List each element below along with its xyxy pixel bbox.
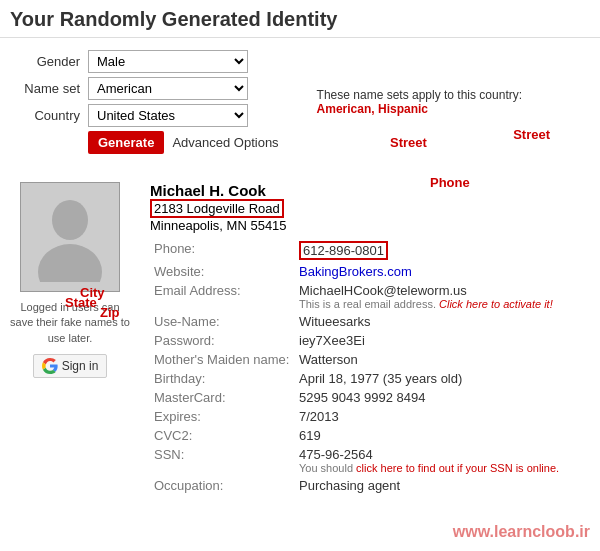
advanced-options-link[interactable]: Advanced Options xyxy=(172,135,278,150)
email-value: MichaelHCook@teleworm.us This is a real … xyxy=(295,281,590,312)
country-label: Country xyxy=(10,108,80,123)
signin-label: Sign in xyxy=(62,359,99,373)
mastercard-value: 5295 9043 9992 8494 xyxy=(295,388,590,407)
nameset-select[interactable]: American xyxy=(88,77,248,100)
mastercard-row: MasterCard: 5295 9043 9992 8494 xyxy=(150,388,590,407)
username-value: Witueesarks xyxy=(295,312,590,331)
username-label: Use-Name: xyxy=(150,312,295,331)
cvc2-label: CVC2: xyxy=(150,426,295,445)
password-value: iey7Xee3Ei xyxy=(295,331,590,350)
birthday-label: Birthday: xyxy=(150,369,295,388)
svg-point-0 xyxy=(52,200,88,240)
signin-button[interactable]: Sign in xyxy=(33,354,108,378)
expires-value: 7/2013 xyxy=(295,407,590,426)
ssn-value: 475-96-2564 You should click here to fin… xyxy=(295,445,590,476)
website-row: Website: BakingBrokers.com xyxy=(150,262,590,281)
maiden-label: Mother's Maiden name: xyxy=(150,350,295,369)
gender-select[interactable]: Male xyxy=(88,50,248,73)
phone-value: 612-896-0801 xyxy=(295,239,590,262)
birthday-row: Birthday: April 18, 1977 (35 years old) xyxy=(150,369,590,388)
website-value[interactable]: BakingBrokers.com xyxy=(295,262,590,281)
expires-label: Expires: xyxy=(150,407,295,426)
maiden-value: Watterson xyxy=(295,350,590,369)
birthday-value: April 18, 1977 (35 years old) xyxy=(295,369,590,388)
page-title: Your Randomly Generated Identity xyxy=(0,0,600,38)
cvc2-row: CVC2: 619 xyxy=(150,426,590,445)
expires-row: Expires: 7/2013 xyxy=(150,407,590,426)
phone-row: Phone: 612-896-0801 xyxy=(150,239,590,262)
ssn-label: SSN: xyxy=(150,445,295,476)
name-sets-text: These name sets apply to this country: xyxy=(317,88,522,102)
mastercard-label: MasterCard: xyxy=(150,388,295,407)
cvc2-value: 619 xyxy=(295,426,590,445)
gender-label: Gender xyxy=(10,54,80,69)
occupation-row: Occupation: Purchasing agent xyxy=(150,476,590,495)
logged-in-text: Logged in users can save their fake name… xyxy=(10,300,130,346)
nameset-label: Name set xyxy=(10,81,80,96)
occupation-label: Occupation: xyxy=(150,476,295,495)
maiden-row: Mother's Maiden name: Watterson xyxy=(150,350,590,369)
phone-label: Phone: xyxy=(150,239,295,262)
svg-point-1 xyxy=(38,244,102,282)
password-label: Password: xyxy=(150,331,295,350)
email-row: Email Address: MichaelHCook@teleworm.us … xyxy=(150,281,590,312)
name-sets-values: American, Hispanic xyxy=(317,102,428,116)
ssn-row: SSN: 475-96-2564 You should click here t… xyxy=(150,445,590,476)
password-row: Password: iey7Xee3Ei xyxy=(150,331,590,350)
avatar xyxy=(20,182,120,292)
country-select[interactable]: United States xyxy=(88,104,248,127)
website-label: Website: xyxy=(150,262,295,281)
generate-button[interactable]: Generate xyxy=(88,131,164,154)
username-row: Use-Name: Witueesarks xyxy=(150,312,590,331)
occupation-value: Purchasing agent xyxy=(295,476,590,495)
email-label: Email Address: xyxy=(150,281,295,312)
ssn-check-link[interactable]: click here to find out if your SSN is on… xyxy=(356,462,559,474)
address-city-state-zip: Minneapolis, MN 55415 xyxy=(150,218,590,233)
google-icon xyxy=(42,358,58,374)
identity-table: Phone: 612-896-0801 Website: BakingBroke… xyxy=(150,239,590,495)
email-activate-link[interactable]: Click here to activate it! xyxy=(439,298,553,310)
person-name: Michael H. Cook xyxy=(150,182,590,199)
address-street: 2183 Lodgeville Road xyxy=(150,199,284,218)
